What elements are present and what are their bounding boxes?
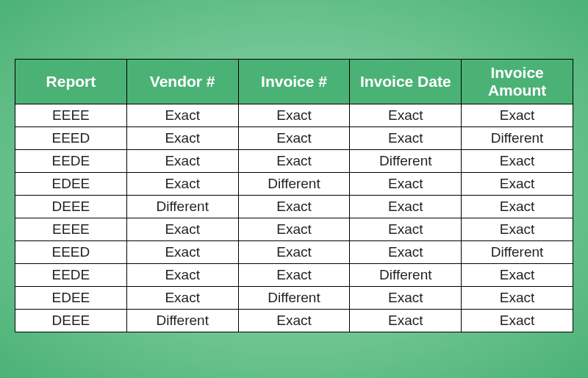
table-row: DEEE Different Exact Exact Exact xyxy=(15,196,573,218)
cell: Exact xyxy=(238,310,350,332)
table-row: EEED Exact Exact Exact Different xyxy=(15,241,573,264)
cell: EEDE xyxy=(15,150,127,173)
cell: Exact xyxy=(462,218,573,241)
cell: Exact xyxy=(126,173,238,196)
cell: Different xyxy=(126,310,238,332)
table-row: EDEE Exact Different Exact Exact xyxy=(15,173,573,196)
table-row: EEDE Exact Exact Different Exact xyxy=(15,150,573,173)
col-vendor: Vendor # xyxy=(126,60,238,104)
col-invoice-date: Invoice Date xyxy=(350,60,462,104)
table-container: Report Vendor # Invoice # Invoice Date I… xyxy=(0,0,588,332)
cell: Exact xyxy=(350,218,462,241)
cell: Exact xyxy=(126,218,238,241)
cell: Exact xyxy=(126,287,238,310)
col-invoice-amt: Invoice Amount xyxy=(462,60,573,104)
cell: EEEE xyxy=(15,104,127,127)
cell: EEEE xyxy=(15,218,127,241)
cell: Exact xyxy=(238,127,350,150)
cell: Different xyxy=(126,196,238,218)
cell: Exact xyxy=(462,104,573,127)
cell: Exact xyxy=(238,264,350,287)
report-table: Report Vendor # Invoice # Invoice Date I… xyxy=(15,59,573,332)
table-row: EEED Exact Exact Exact Different xyxy=(15,127,573,150)
cell: EDEE xyxy=(15,287,127,310)
cell: Different xyxy=(238,287,350,310)
table-row: EEDE Exact Exact Different Exact xyxy=(15,264,573,287)
cell: Exact xyxy=(238,150,350,173)
cell: Exact xyxy=(126,127,238,150)
col-report: Report xyxy=(15,60,127,104)
cell: Exact xyxy=(350,196,462,218)
cell: Different xyxy=(238,173,350,196)
cell: Exact xyxy=(462,264,573,287)
cell: Exact xyxy=(350,287,462,310)
cell: Exact xyxy=(350,310,462,332)
cell: Exact xyxy=(126,104,238,127)
cell: Exact xyxy=(462,173,573,196)
cell: Exact xyxy=(126,264,238,287)
cell: Different xyxy=(462,127,573,150)
cell: EEED xyxy=(15,241,127,264)
cell: Different xyxy=(462,241,573,264)
table-row: EDEE Exact Different Exact Exact xyxy=(15,287,573,310)
cell: DEEE xyxy=(15,196,127,218)
cell: DEEE xyxy=(15,310,127,332)
cell: EEDE xyxy=(15,264,127,287)
cell: Exact xyxy=(126,150,238,173)
cell: Exact xyxy=(350,173,462,196)
table-row: EEEE Exact Exact Exact Exact xyxy=(15,218,573,241)
table-row: EEEE Exact Exact Exact Exact xyxy=(15,104,573,127)
table-header-row: Report Vendor # Invoice # Invoice Date I… xyxy=(15,60,573,104)
col-invoice-num: Invoice # xyxy=(238,60,350,104)
cell: Exact xyxy=(462,196,573,218)
cell: EDEE xyxy=(15,173,127,196)
cell: Exact xyxy=(350,127,462,150)
cell: Different xyxy=(350,150,462,173)
cell: Exact xyxy=(126,241,238,264)
cell: Exact xyxy=(462,150,573,173)
cell: EEED xyxy=(15,127,127,150)
cell: Different xyxy=(350,264,462,287)
cell: Exact xyxy=(238,241,350,264)
cell: Exact xyxy=(350,241,462,264)
cell: Exact xyxy=(462,287,573,310)
cell: Exact xyxy=(350,104,462,127)
cell: Exact xyxy=(462,310,573,332)
cell: Exact xyxy=(238,218,350,241)
cell: Exact xyxy=(238,104,350,127)
table-row: DEEE Different Exact Exact Exact xyxy=(15,310,573,332)
cell: Exact xyxy=(238,196,350,218)
